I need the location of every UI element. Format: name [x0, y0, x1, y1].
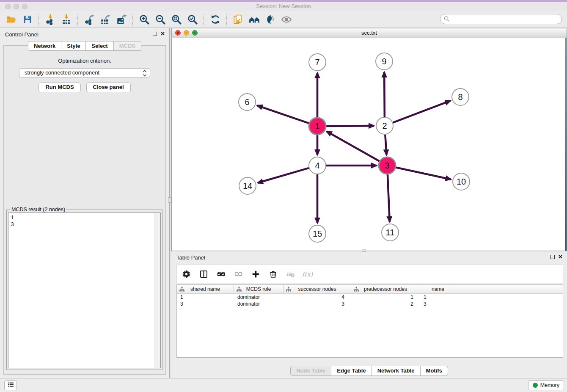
edge-1-6[interactable] — [257, 105, 309, 123]
edge-2-3[interactable] — [385, 135, 386, 155]
control-panel-float-button[interactable] — [153, 32, 157, 36]
eye-button[interactable] — [278, 13, 295, 26]
node-6[interactable]: 6 — [239, 94, 256, 110]
result-scrollbar[interactable] — [154, 213, 160, 368]
table-tab-network-table[interactable]: Network Table — [372, 366, 421, 376]
export-network-button[interactable] — [81, 13, 97, 26]
delete-column-button[interactable] — [268, 269, 278, 279]
delete-column-icon — [269, 270, 278, 279]
delete-table-button — [285, 269, 295, 279]
tab-select[interactable]: Select — [86, 41, 113, 51]
node-14[interactable]: 14 — [239, 177, 256, 194]
svg-text:15: 15 — [313, 229, 322, 238]
export-table-button[interactable] — [97, 13, 113, 26]
export-image-button[interactable] — [113, 13, 129, 26]
table-tab-node-table[interactable]: Node Table — [290, 366, 331, 376]
table-cell: 3 — [284, 301, 351, 307]
column-header-shared-name[interactable]: shared name — [177, 285, 234, 293]
run-mcds-button[interactable]: Run MCDS — [39, 83, 80, 92]
table-cell: 2 — [351, 301, 420, 307]
column-header-successor-nodes[interactable]: successor nodes — [284, 285, 351, 293]
column-header-mcds-role[interactable]: MCDS role — [234, 285, 284, 293]
table-cell: 3 — [420, 301, 456, 307]
table-row[interactable]: 3dominator323 — [177, 301, 563, 307]
edge-1-2[interactable] — [326, 126, 374, 126]
column-header-predecessor-nodes[interactable]: predecessor nodes — [351, 285, 420, 293]
split-columns-button[interactable] — [198, 269, 209, 279]
network-canvas[interactable]: 7968124314101511 — [172, 38, 567, 251]
hierarchy-icon — [237, 287, 242, 292]
table-panel-close-button[interactable]: ✕ — [558, 254, 563, 259]
network-window-title: scc.txt — [172, 30, 567, 36]
edge-3-11[interactable] — [388, 174, 390, 222]
table-panel-title: Table Panel — [176, 254, 205, 261]
mcds-result-box: MCDS result (2 nodes) 13 — [6, 210, 162, 370]
svg-text:f(x): f(x) — [302, 270, 314, 278]
zoom-fit-button[interactable] — [168, 13, 184, 26]
select-all-columns-button[interactable] — [216, 269, 226, 279]
main-toolbar — [0, 11, 567, 28]
edge-3-10[interactable] — [396, 167, 451, 179]
import-network-button[interactable] — [42, 13, 58, 26]
tab-network[interactable]: Network — [28, 41, 61, 51]
save-session-button[interactable] — [19, 13, 36, 26]
table-panel: Table Panel ✕ f(x) shared nameMCDS roles… — [171, 252, 567, 378]
close-panel-button[interactable]: Close panel — [86, 83, 131, 92]
edge-2-8[interactable] — [393, 101, 451, 123]
horizontal-splitter-grip[interactable] — [362, 249, 366, 252]
control-panel-close-button[interactable]: ✕ — [160, 31, 165, 36]
hierarchy-icon — [179, 287, 184, 292]
tab-style[interactable]: Style — [61, 41, 86, 51]
node-10[interactable]: 10 — [453, 173, 470, 190]
table-tab-edge-table[interactable]: Edge Table — [331, 366, 372, 376]
unselect-all-columns-button[interactable] — [233, 269, 243, 279]
criterion-dropdown[interactable]: strongly connected component — [19, 68, 150, 77]
style-brush-icon — [265, 14, 276, 25]
node-9[interactable]: 9 — [376, 53, 393, 70]
edge-3-1[interactable] — [327, 131, 380, 161]
open-session-button[interactable] — [3, 13, 19, 26]
refresh-button[interactable] — [207, 13, 223, 26]
search-input[interactable] — [440, 14, 562, 24]
ndex-import-button[interactable] — [230, 13, 246, 26]
panel-list-button[interactable] — [4, 380, 17, 390]
svg-text:3: 3 — [385, 161, 389, 170]
refresh-icon — [210, 14, 221, 25]
zoom-out-button[interactable] — [152, 13, 168, 26]
vertical-splitter-grip[interactable] — [168, 197, 171, 203]
mcds-result-lines: 13 — [8, 214, 160, 228]
style-brush-button[interactable] — [262, 13, 278, 26]
mcds-result-text[interactable]: 13 — [8, 213, 161, 368]
import-table-button[interactable] — [58, 13, 74, 26]
node-table-header: shared nameMCDS rolesuccessor nodesprede… — [177, 285, 563, 294]
node-7[interactable]: 7 — [309, 54, 326, 71]
node-2[interactable]: 2 — [376, 117, 393, 134]
zoom-selected-button[interactable] — [184, 13, 201, 26]
table-row[interactable]: 1dominator411 — [177, 294, 563, 301]
node-1[interactable]: 1 — [309, 118, 326, 135]
node-4[interactable]: 4 — [309, 157, 326, 174]
add-column-button[interactable] — [250, 269, 261, 279]
edge-4-14[interactable] — [258, 168, 309, 183]
memory-button[interactable]: Memory — [528, 380, 564, 390]
homes-button[interactable] — [246, 13, 262, 26]
zoom-out-icon — [155, 14, 166, 25]
edge-2-9[interactable] — [384, 72, 385, 117]
hierarchy-icon — [286, 287, 291, 292]
zoom-in-button[interactable] — [136, 13, 152, 26]
tab-mcds[interactable]: MCDS — [114, 41, 141, 51]
node-11[interactable]: 11 — [382, 224, 399, 241]
node-15[interactable]: 15 — [309, 225, 326, 242]
criterion-value: strongly connected component — [25, 69, 99, 76]
network-graph[interactable]: 7968124314101511 — [172, 38, 565, 251]
table-tab-motifs[interactable]: Motifs — [421, 366, 448, 376]
table-panel-tabs: Node TableEdge TableNetwork TableMotifs — [171, 366, 567, 376]
settings-gear-button[interactable] — [181, 269, 191, 279]
node-8[interactable]: 8 — [452, 88, 469, 105]
table-panel-float-button[interactable] — [550, 255, 555, 259]
table-cell: dominator — [234, 294, 284, 301]
column-header-name[interactable]: name — [420, 285, 456, 293]
svg-text:1: 1 — [315, 121, 319, 131]
node-3[interactable]: 3 — [379, 157, 396, 174]
network-window-titlebar[interactable]: × − + scc.txt — [172, 28, 567, 38]
